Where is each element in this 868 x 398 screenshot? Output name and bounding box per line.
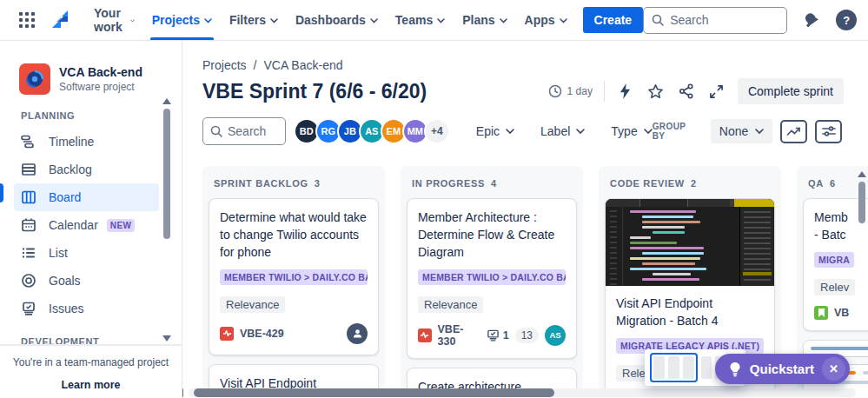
scrollbar-thumb[interactable]: [858, 182, 865, 223]
chevron-down-icon: [270, 18, 278, 23]
insights-chart-icon[interactable]: [780, 120, 807, 143]
menu-projects[interactable]: Projects: [143, 0, 221, 40]
column-count: 6: [830, 178, 836, 189]
share-icon[interactable]: [677, 82, 696, 101]
create-button[interactable]: Create: [583, 7, 644, 33]
breadcrumb-project-link[interactable]: VCA Back-end: [263, 58, 342, 72]
issues-icon: [21, 301, 36, 316]
sidebar-item-calendar[interactable]: Calendar NEW: [14, 211, 159, 239]
menu-apps[interactable]: Apps: [516, 0, 576, 40]
global-search[interactable]: [643, 7, 787, 34]
epic-label-chip[interactable]: MEMBER TWILIO > DAILY.CO BACKEND ...: [418, 269, 566, 285]
epic-label-chip[interactable]: MEMBER TWILIO > DAILY.CO BACKEND ...: [220, 269, 368, 285]
chevron-down-icon: [437, 18, 445, 23]
clock-icon: [548, 84, 562, 98]
board-main: Projects / VCA Back-end VBE Sprint 7 (6/…: [182, 41, 868, 398]
time-remaining: 1 day: [548, 84, 593, 98]
view-settings-icon[interactable]: [815, 120, 842, 143]
board-vertical-scrollbar[interactable]: [857, 171, 867, 398]
divider: [604, 81, 605, 102]
group-by-label: GROUP BY: [653, 122, 701, 141]
app-switcher-icon[interactable]: [14, 7, 40, 33]
chevron-down-icon: [204, 18, 212, 23]
sidebar-item-timeline[interactable]: Timeline: [14, 128, 159, 156]
complete-sprint-button[interactable]: Complete sprint: [738, 78, 844, 104]
top-navigation: Your work Projects Filters Dashboards Te…: [0, 0, 868, 41]
menu-filters[interactable]: Filters: [221, 0, 287, 40]
chevron-down-icon: [506, 129, 514, 135]
fullscreen-icon[interactable]: [707, 82, 726, 101]
scrollbar-thumb[interactable]: [194, 388, 554, 397]
project-header[interactable]: VCA Back-end Software project: [14, 63, 159, 95]
assignee-avatar[interactable]: AS: [545, 325, 566, 346]
label-chip[interactable]: Relev: [814, 279, 855, 295]
epic-label-chip[interactable]: MIGRA: [814, 252, 854, 268]
code-screenshot-attachment: [606, 199, 774, 286]
sidebar-item-goals[interactable]: Goals: [14, 267, 159, 295]
sprint-title: VBE Sprint 7 (6/6 - 6/20): [202, 80, 427, 103]
scrollbar-thumb[interactable]: [163, 109, 170, 239]
column-in-progress: IN PROGRESS 4 Member Architecture : Dete…: [401, 166, 583, 394]
menu-your-work[interactable]: Your work: [85, 0, 143, 40]
active-item-indicator: [0, 183, 3, 202]
type-filter-dropdown[interactable]: Type: [611, 124, 652, 138]
column-count: 2: [691, 178, 697, 189]
lightbulb-icon: [728, 362, 742, 377]
automation-lightning-icon[interactable]: [616, 82, 635, 101]
jira-logo-icon[interactable]: [45, 7, 75, 33]
global-search-input[interactable]: [670, 13, 765, 27]
sidebar-item-board[interactable]: Board: [14, 183, 159, 211]
column-header: SPRINT BACKLOG 3: [209, 172, 379, 198]
epic-filter-dropdown[interactable]: Epic: [476, 124, 514, 138]
menu-dashboards[interactable]: Dashboards: [287, 0, 387, 40]
sidebar-scrollbar[interactable]: [162, 98, 171, 239]
breadcrumb-projects-link[interactable]: Projects: [202, 58, 247, 72]
chevron-down-icon: [370, 18, 378, 23]
board-search[interactable]: [202, 117, 286, 145]
board-horizontal-scrollbar[interactable]: [182, 388, 856, 397]
scroll-up-arrow[interactable]: [162, 98, 171, 104]
scroll-up-arrow[interactable]: [858, 171, 866, 177]
calendar-icon: [21, 217, 36, 233]
chevron-down-icon: [576, 129, 585, 135]
unassigned-avatar-icon[interactable]: [347, 323, 368, 344]
quickstart-close-icon[interactable]: ✕: [822, 357, 845, 381]
scroll-left-arrow[interactable]: [182, 388, 183, 397]
chevron-down-icon: [755, 129, 764, 135]
menu-plans[interactable]: Plans: [454, 0, 515, 40]
sidebar-item-backlog[interactable]: Backlog: [14, 156, 159, 183]
avatar-overflow[interactable]: +4: [424, 118, 450, 144]
issue-key[interactable]: VB: [834, 307, 849, 319]
star-icon[interactable]: [646, 82, 666, 101]
planning-section-title: PLANNING: [21, 110, 159, 121]
list-icon: [21, 245, 36, 261]
issue-key[interactable]: VBE-429: [240, 328, 284, 340]
board-search-input[interactable]: [228, 124, 275, 138]
timeline-icon: [21, 134, 36, 149]
label-filter-dropdown[interactable]: Label: [540, 124, 585, 138]
issue-card[interactable]: Member Architecture : Determine Flow & C…: [407, 198, 577, 359]
sidebar-item-list[interactable]: List: [14, 239, 159, 267]
issue-card[interactable]: Determine what would take to change Twil…: [209, 198, 379, 355]
help-icon[interactable]: ?: [836, 10, 857, 30]
search-icon: [210, 125, 222, 137]
scroll-down-arrow[interactable]: [162, 335, 171, 342]
label-chip[interactable]: Relevance: [220, 296, 285, 313]
learn-more-link[interactable]: Learn more: [0, 379, 182, 391]
group-by-dropdown[interactable]: None: [711, 119, 772, 143]
quickstart-button[interactable]: Quickstart ✕: [715, 354, 850, 384]
backlog-icon: [21, 162, 36, 177]
label-chip[interactable]: Relevance: [418, 296, 483, 313]
sidebar-footer: You're in a team-managed project Learn m…: [0, 344, 182, 391]
project-sidebar: VCA Back-end Software project PLANNING T…: [0, 41, 182, 398]
story-type-icon: [814, 306, 828, 320]
chevron-down-icon: [130, 18, 135, 23]
breadcrumb-separator: /: [254, 58, 257, 72]
notifications-icon[interactable]: [800, 9, 823, 31]
chevron-down-icon: [560, 18, 567, 23]
sidebar-item-issues[interactable]: Issues: [14, 295, 159, 322]
issue-key[interactable]: VBE-330: [438, 323, 480, 348]
subtask-icon: [487, 329, 500, 342]
menu-teams[interactable]: Teams: [387, 0, 454, 40]
incident-type-icon: [418, 328, 432, 342]
